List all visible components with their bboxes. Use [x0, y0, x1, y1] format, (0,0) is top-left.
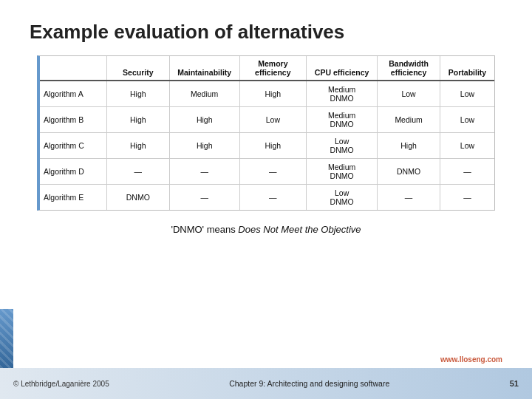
cell-maintainability: — [169, 185, 239, 211]
footer: © Lethbridge/Laganière 2005 Chapter 9: A… [0, 368, 532, 399]
cell-memory: High [239, 133, 306, 159]
evaluation-table: Security Maintainability Memory efficien… [40, 56, 494, 210]
table-row: Algorithm D———MediumDNMODNMO— [40, 159, 494, 185]
cell-portability: — [440, 159, 494, 185]
footer-chapter: Chapter 9: Architecting and designing so… [109, 379, 510, 388]
footer-page-number: 51 [510, 379, 519, 388]
col-header-maintainability: Maintainability [169, 56, 239, 81]
watermark-logo: www.lloseng.com [440, 355, 502, 364]
cell-cpu: MediumDNMO [307, 107, 378, 133]
cell-maintainability: Medium [169, 81, 239, 107]
col-header-cpu: CPU efficiency [307, 56, 378, 81]
slide: Example evaluation of alternatives Secur… [0, 0, 532, 399]
dnmo-note-italic: Does Not Meet the Objective [238, 224, 361, 235]
cell-memory: — [239, 159, 306, 185]
dnmo-note-prefix: 'DNMO' means [171, 224, 238, 235]
cell-security: High [106, 133, 169, 159]
cell-memory: Low [239, 107, 306, 133]
cell-portability: Low [440, 133, 494, 159]
dnmo-note: 'DNMO' means Does Not Meet the Objective [30, 224, 502, 235]
footer-copyright: © Lethbridge/Laganière 2005 [13, 380, 109, 388]
cell-maintainability: — [169, 159, 239, 185]
table-row: Algorithm AHighMediumHighMediumDNMOLowLo… [40, 81, 494, 107]
cell-bandwidth: DNMO [378, 159, 440, 185]
cell-cpu: MediumDNMO [307, 81, 378, 107]
cell-maintainability: High [169, 107, 239, 133]
left-decoration [0, 309, 13, 368]
left-decoration-pattern [0, 309, 13, 368]
cell-bandwidth: — [378, 185, 440, 211]
cell-bandwidth: Medium [378, 107, 440, 133]
cell-memory: High [239, 81, 306, 107]
cell-algorithm: Algorithm E [40, 185, 106, 211]
table-row: Algorithm BHighHighLowMediumDNMOMediumLo… [40, 107, 494, 133]
col-header-memory: Memory efficiency [239, 56, 306, 81]
table-container: Security Maintainability Memory efficien… [37, 55, 495, 211]
col-header-bandwidth: Bandwidth efficiency [378, 56, 440, 81]
cell-memory: — [239, 185, 306, 211]
cell-algorithm: Algorithm A [40, 81, 106, 107]
cell-cpu: LowDNMO [307, 185, 378, 211]
cell-security: High [106, 107, 169, 133]
cell-portability: Low [440, 81, 494, 107]
cell-cpu: LowDNMO [307, 133, 378, 159]
col-header-security: Security [106, 56, 169, 81]
cell-maintainability: High [169, 133, 239, 159]
cell-cpu: MediumDNMO [307, 159, 378, 185]
cell-algorithm: Algorithm D [40, 159, 106, 185]
cell-security: High [106, 81, 169, 107]
table-header-row: Security Maintainability Memory efficien… [40, 56, 494, 81]
slide-title: Example evaluation of alternatives [30, 21, 502, 44]
cell-bandwidth: High [378, 133, 440, 159]
cell-portability: — [440, 185, 494, 211]
cell-algorithm: Algorithm C [40, 133, 106, 159]
cell-algorithm: Algorithm B [40, 107, 106, 133]
table-row: Algorithm CHighHighHighLowDNMOHighLow [40, 133, 494, 159]
cell-portability: Low [440, 107, 494, 133]
cell-bandwidth: Low [378, 81, 440, 107]
cell-security: — [106, 159, 169, 185]
col-header-portability: Portability [440, 56, 494, 81]
cell-security: DNMO [106, 185, 169, 211]
col-header-algorithm [40, 56, 106, 81]
table-row: Algorithm EDNMO——LowDNMO—— [40, 185, 494, 211]
